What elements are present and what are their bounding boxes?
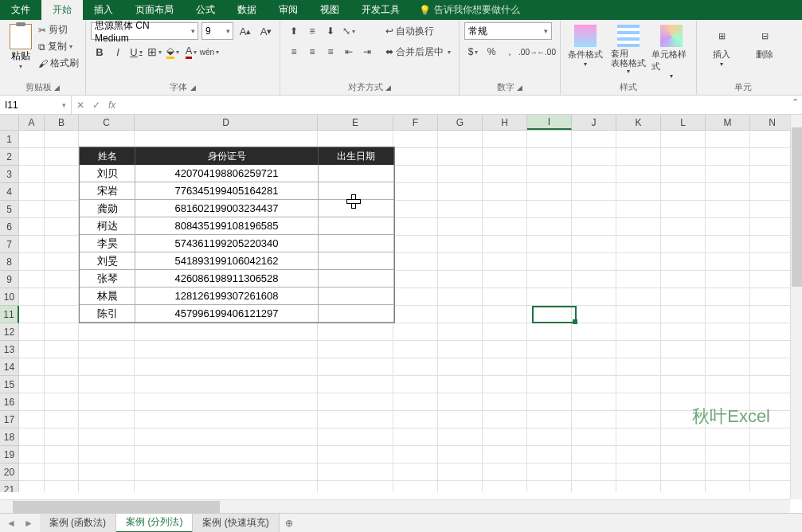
grid-cell[interactable] — [318, 481, 393, 492]
grid-cell[interactable] — [661, 428, 706, 446]
grid-cell[interactable] — [19, 236, 45, 253]
grid-cell[interactable] — [318, 464, 393, 481]
grid-cell[interactable] — [661, 218, 706, 236]
fx-icon[interactable]: fx — [108, 100, 115, 111]
grid-cell[interactable] — [616, 306, 661, 323]
grid-cell[interactable] — [750, 148, 795, 166]
cut-button[interactable]: ✂剪切 — [37, 22, 80, 37]
grid-cell[interactable] — [438, 288, 483, 306]
grid-cell[interactable] — [438, 236, 483, 253]
grid-cell[interactable] — [616, 341, 661, 358]
italic-button[interactable]: I — [109, 43, 127, 61]
column-header[interactable]: C — [79, 115, 135, 130]
grid-cell[interactable] — [19, 341, 45, 358]
column-header[interactable]: J — [572, 115, 616, 130]
insert-cells-button[interactable]: ⊞插入▾ — [702, 22, 741, 68]
grid-cell[interactable] — [750, 446, 795, 464]
grid-cell[interactable] — [393, 183, 438, 201]
grid-cell[interactable] — [572, 393, 616, 411]
grid-cell[interactable] — [318, 341, 393, 358]
grid-cell[interactable] — [661, 183, 706, 201]
sheet-nav-prev-icon[interactable]: ◄ — [6, 518, 16, 529]
sheet-tab-1[interactable]: 案例 (函数法) — [40, 514, 116, 533]
header-dob[interactable]: 出生日期 — [319, 147, 394, 165]
grid-cell[interactable] — [706, 236, 750, 253]
grid-cell[interactable] — [45, 446, 79, 464]
grid-cell[interactable] — [750, 201, 795, 218]
grid-cell[interactable] — [572, 306, 616, 323]
format-table-button[interactable]: 套用 表格格式▾ — [608, 22, 648, 75]
grid-cell[interactable] — [45, 148, 79, 166]
grid-cell[interactable] — [393, 218, 438, 236]
grid-cell[interactable] — [750, 428, 795, 446]
grid-cell[interactable] — [616, 253, 661, 271]
grid-cell[interactable] — [438, 428, 483, 446]
row-header[interactable]: 15 — [0, 376, 19, 393]
grid-cell[interactable] — [45, 376, 79, 393]
grid-cell[interactable] — [393, 166, 438, 183]
grid-cell[interactable] — [706, 218, 750, 236]
grid-cell[interactable] — [45, 358, 79, 376]
grid-cell[interactable] — [135, 446, 318, 464]
grid-cell[interactable] — [616, 131, 661, 148]
row-header[interactable]: 19 — [0, 446, 19, 464]
grid-cell[interactable] — [135, 393, 318, 411]
grid-cell[interactable] — [483, 218, 527, 236]
table-row[interactable]: 李昊574361199205220340 — [80, 235, 394, 252]
grid-cell[interactable] — [45, 288, 79, 306]
grid-cell[interactable] — [45, 428, 79, 446]
grid-cell[interactable] — [572, 253, 616, 271]
grid-cell[interactable] — [661, 464, 706, 481]
grid-cell[interactable] — [393, 148, 438, 166]
grid-cell[interactable] — [572, 358, 616, 376]
grid-cell[interactable] — [438, 393, 483, 411]
grid-cell[interactable] — [527, 236, 572, 253]
grid-cell[interactable] — [19, 201, 45, 218]
grid-cell[interactable] — [79, 358, 135, 376]
row-header[interactable]: 2 — [0, 148, 19, 166]
grid-cell[interactable] — [318, 446, 393, 464]
horizontal-scrollbar[interactable] — [0, 499, 790, 513]
grid-cell[interactable] — [750, 358, 795, 376]
grid-cell[interactable] — [616, 446, 661, 464]
grid-cell[interactable] — [438, 183, 483, 201]
grid-cell[interactable] — [79, 341, 135, 358]
grid-cell[interactable] — [706, 306, 750, 323]
grid-cell[interactable] — [19, 183, 45, 201]
grid-cell[interactable] — [661, 201, 706, 218]
bold-button[interactable]: B — [91, 43, 108, 61]
row-header[interactable]: 17 — [0, 411, 19, 428]
grid-cell[interactable] — [527, 148, 572, 166]
grid-cell[interactable] — [750, 376, 795, 393]
grid-cell[interactable] — [572, 464, 616, 481]
tell-me-search[interactable]: 💡告诉我你想要做什么 — [419, 3, 520, 17]
row-header[interactable]: 5 — [0, 201, 19, 218]
row-header[interactable]: 18 — [0, 428, 19, 446]
grid-cell[interactable] — [483, 131, 527, 148]
grid-cell[interactable] — [79, 428, 135, 446]
grid-cell[interactable] — [572, 446, 616, 464]
grid-cell[interactable] — [527, 218, 572, 236]
grid-cell[interactable] — [483, 376, 527, 393]
grid-cell[interactable] — [393, 253, 438, 271]
grid-cell[interactable] — [572, 236, 616, 253]
grid-cell[interactable] — [616, 271, 661, 288]
grid-cell[interactable] — [393, 481, 438, 492]
grid-cell[interactable] — [616, 358, 661, 376]
grid-cell[interactable] — [483, 288, 527, 306]
grid-cell[interactable] — [438, 323, 483, 341]
grid-cell[interactable] — [706, 148, 750, 166]
grid-cell[interactable] — [19, 323, 45, 341]
font-name-select[interactable]: 思源黑体 CN Medium — [91, 22, 198, 40]
table-cell[interactable]: 宋岩 — [80, 182, 135, 200]
grid-cell[interactable] — [750, 271, 795, 288]
grid-cell[interactable] — [706, 201, 750, 218]
grid-cell[interactable] — [393, 428, 438, 446]
grid-cell[interactable] — [483, 358, 527, 376]
grid-cell[interactable] — [45, 253, 79, 271]
grid-cell[interactable] — [483, 253, 527, 271]
grid-cell[interactable] — [706, 341, 750, 358]
table-cell[interactable]: 陈引 — [80, 305, 135, 323]
table-cell[interactable]: 574361199205220340 — [135, 235, 319, 252]
grid-cell[interactable] — [706, 464, 750, 481]
